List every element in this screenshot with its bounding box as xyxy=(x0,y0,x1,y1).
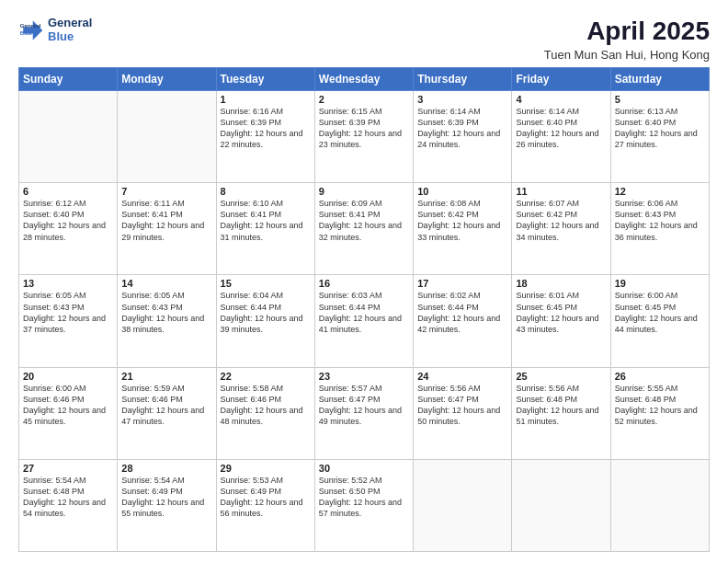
day-number: 3 xyxy=(417,94,507,105)
day-number: 15 xyxy=(221,278,311,289)
day-number: 24 xyxy=(417,371,507,382)
calendar-cell: 21Sunrise: 5:59 AM Sunset: 6:46 PM Dayli… xyxy=(118,367,216,459)
weekday-header-thursday: Thursday xyxy=(414,68,512,91)
cell-info: Sunrise: 6:00 AM Sunset: 6:45 PM Dayligh… xyxy=(615,290,705,335)
calendar-cell: 10Sunrise: 6:08 AM Sunset: 6:42 PM Dayli… xyxy=(414,183,512,275)
cell-info: Sunrise: 6:01 AM Sunset: 6:45 PM Dayligh… xyxy=(516,290,606,335)
calendar-cell: 18Sunrise: 6:01 AM Sunset: 6:45 PM Dayli… xyxy=(512,275,610,367)
cell-info: Sunrise: 5:54 AM Sunset: 6:48 PM Dayligh… xyxy=(23,475,113,520)
cell-info: Sunrise: 6:07 AM Sunset: 6:42 PM Dayligh… xyxy=(516,198,606,243)
calendar-cell: 8Sunrise: 6:10 AM Sunset: 6:41 PM Daylig… xyxy=(216,183,314,275)
cell-info: Sunrise: 5:57 AM Sunset: 6:47 PM Dayligh… xyxy=(319,383,409,428)
day-number: 22 xyxy=(221,371,311,382)
calendar-cell: 11Sunrise: 6:07 AM Sunset: 6:42 PM Dayli… xyxy=(512,183,610,275)
calendar-cell: 14Sunrise: 6:05 AM Sunset: 6:43 PM Dayli… xyxy=(118,275,216,367)
svg-text:Blue: Blue xyxy=(20,29,33,36)
day-number: 9 xyxy=(319,186,409,197)
calendar-table: SundayMondayTuesdayWednesdayThursdayFrid… xyxy=(18,67,710,552)
cell-info: Sunrise: 6:11 AM Sunset: 6:41 PM Dayligh… xyxy=(121,198,211,243)
day-number: 4 xyxy=(516,94,606,105)
logo-icon: General Blue xyxy=(18,17,44,43)
day-number: 11 xyxy=(516,186,606,197)
day-number: 1 xyxy=(221,94,311,105)
cell-info: Sunrise: 6:10 AM Sunset: 6:41 PM Dayligh… xyxy=(221,198,311,243)
day-number: 10 xyxy=(417,186,507,197)
cell-info: Sunrise: 5:53 AM Sunset: 6:49 PM Dayligh… xyxy=(221,475,311,520)
calendar-cell: 19Sunrise: 6:00 AM Sunset: 6:45 PM Dayli… xyxy=(610,275,709,367)
calendar-cell: 30Sunrise: 5:52 AM Sunset: 6:50 PM Dayli… xyxy=(314,459,413,551)
cell-info: Sunrise: 6:06 AM Sunset: 6:43 PM Dayligh… xyxy=(615,198,705,243)
cell-info: Sunrise: 5:55 AM Sunset: 6:48 PM Dayligh… xyxy=(615,383,705,428)
calendar-cell xyxy=(610,459,709,551)
calendar-cell: 9Sunrise: 6:09 AM Sunset: 6:41 PM Daylig… xyxy=(314,183,413,275)
day-number: 5 xyxy=(615,94,705,105)
calendar-cell: 12Sunrise: 6:06 AM Sunset: 6:43 PM Dayli… xyxy=(610,183,709,275)
calendar-cell xyxy=(414,459,512,551)
cell-info: Sunrise: 5:58 AM Sunset: 6:46 PM Dayligh… xyxy=(221,383,311,428)
page-subtitle: Tuen Mun San Hui, Hong Kong xyxy=(544,48,710,62)
calendar-cell xyxy=(19,91,118,183)
calendar-cell: 5Sunrise: 6:13 AM Sunset: 6:40 PM Daylig… xyxy=(610,91,709,183)
calendar-cell: 24Sunrise: 5:56 AM Sunset: 6:47 PM Dayli… xyxy=(414,367,512,459)
cell-info: Sunrise: 6:08 AM Sunset: 6:42 PM Dayligh… xyxy=(417,198,507,243)
day-number: 6 xyxy=(23,186,113,197)
cell-info: Sunrise: 5:59 AM Sunset: 6:46 PM Dayligh… xyxy=(121,383,211,428)
day-number: 13 xyxy=(23,278,113,289)
cell-info: Sunrise: 5:56 AM Sunset: 6:47 PM Dayligh… xyxy=(417,383,507,428)
weekday-header-sunday: Sunday xyxy=(19,68,118,91)
cell-info: Sunrise: 6:02 AM Sunset: 6:44 PM Dayligh… xyxy=(417,290,507,335)
day-number: 8 xyxy=(221,186,311,197)
calendar-cell xyxy=(118,91,216,183)
calendar-cell: 25Sunrise: 5:56 AM Sunset: 6:48 PM Dayli… xyxy=(512,367,610,459)
day-number: 27 xyxy=(23,463,113,474)
cell-info: Sunrise: 5:52 AM Sunset: 6:50 PM Dayligh… xyxy=(319,475,409,520)
cell-info: Sunrise: 6:04 AM Sunset: 6:44 PM Dayligh… xyxy=(221,290,311,335)
calendar-cell: 28Sunrise: 5:54 AM Sunset: 6:49 PM Dayli… xyxy=(118,459,216,551)
day-number: 12 xyxy=(615,186,705,197)
calendar-week-4: 20Sunrise: 6:00 AM Sunset: 6:46 PM Dayli… xyxy=(19,367,710,459)
day-number: 19 xyxy=(615,278,705,289)
calendar-cell: 13Sunrise: 6:05 AM Sunset: 6:43 PM Dayli… xyxy=(19,275,118,367)
cell-info: Sunrise: 5:54 AM Sunset: 6:49 PM Dayligh… xyxy=(121,475,211,520)
cell-info: Sunrise: 6:14 AM Sunset: 6:39 PM Dayligh… xyxy=(417,106,507,151)
calendar-cell: 2Sunrise: 6:15 AM Sunset: 6:39 PM Daylig… xyxy=(314,91,413,183)
day-number: 2 xyxy=(319,94,409,105)
cell-info: Sunrise: 6:05 AM Sunset: 6:43 PM Dayligh… xyxy=(121,290,211,335)
calendar-cell: 26Sunrise: 5:55 AM Sunset: 6:48 PM Dayli… xyxy=(610,367,709,459)
day-number: 16 xyxy=(319,278,409,289)
calendar-cell: 23Sunrise: 5:57 AM Sunset: 6:47 PM Dayli… xyxy=(314,367,413,459)
calendar-cell: 22Sunrise: 5:58 AM Sunset: 6:46 PM Dayli… xyxy=(216,367,314,459)
cell-info: Sunrise: 6:13 AM Sunset: 6:40 PM Dayligh… xyxy=(615,106,705,151)
calendar-cell: 29Sunrise: 5:53 AM Sunset: 6:49 PM Dayli… xyxy=(216,459,314,551)
logo: General Blue General Blue xyxy=(18,17,92,44)
cell-info: Sunrise: 6:09 AM Sunset: 6:41 PM Dayligh… xyxy=(319,198,409,243)
cell-info: Sunrise: 6:15 AM Sunset: 6:39 PM Dayligh… xyxy=(319,106,409,151)
page-title: April 2025 xyxy=(544,17,710,46)
calendar-cell: 3Sunrise: 6:14 AM Sunset: 6:39 PM Daylig… xyxy=(414,91,512,183)
day-number: 17 xyxy=(417,278,507,289)
day-number: 21 xyxy=(121,371,211,382)
calendar-cell: 20Sunrise: 6:00 AM Sunset: 6:46 PM Dayli… xyxy=(19,367,118,459)
title-block: April 2025 Tuen Mun San Hui, Hong Kong xyxy=(544,17,710,62)
weekday-header-wednesday: Wednesday xyxy=(314,68,413,91)
day-number: 28 xyxy=(121,463,211,474)
weekday-header-monday: Monday xyxy=(118,68,216,91)
calendar-cell: 1Sunrise: 6:16 AM Sunset: 6:39 PM Daylig… xyxy=(216,91,314,183)
cell-info: Sunrise: 6:05 AM Sunset: 6:43 PM Dayligh… xyxy=(23,290,113,335)
page-header: General Blue General Blue April 2025 Tue… xyxy=(18,17,710,62)
cell-info: Sunrise: 5:56 AM Sunset: 6:48 PM Dayligh… xyxy=(516,383,606,428)
weekday-header-row: SundayMondayTuesdayWednesdayThursdayFrid… xyxy=(19,68,710,91)
calendar-cell: 4Sunrise: 6:14 AM Sunset: 6:40 PM Daylig… xyxy=(512,91,610,183)
day-number: 7 xyxy=(121,186,211,197)
day-number: 23 xyxy=(319,371,409,382)
day-number: 25 xyxy=(516,371,606,382)
calendar-week-5: 27Sunrise: 5:54 AM Sunset: 6:48 PM Dayli… xyxy=(19,459,710,551)
cell-info: Sunrise: 6:14 AM Sunset: 6:40 PM Dayligh… xyxy=(516,106,606,151)
weekday-header-tuesday: Tuesday xyxy=(216,68,314,91)
weekday-header-saturday: Saturday xyxy=(610,68,709,91)
calendar-cell xyxy=(512,459,610,551)
calendar-week-2: 6Sunrise: 6:12 AM Sunset: 6:40 PM Daylig… xyxy=(19,183,710,275)
weekday-header-friday: Friday xyxy=(512,68,610,91)
cell-info: Sunrise: 6:16 AM Sunset: 6:39 PM Dayligh… xyxy=(221,106,311,151)
calendar-cell: 27Sunrise: 5:54 AM Sunset: 6:48 PM Dayli… xyxy=(19,459,118,551)
